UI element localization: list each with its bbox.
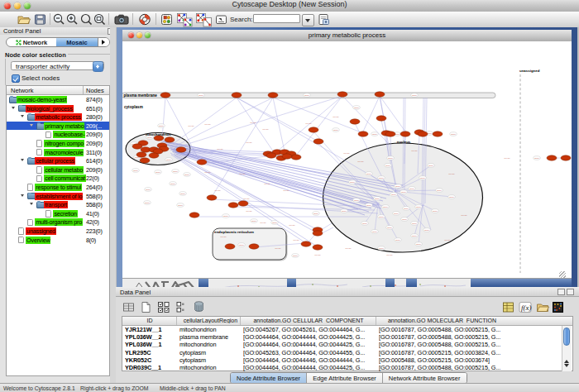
resize-grip-icon[interactable] [559,271,566,278]
tab-edge-attribute-browser[interactable]: Edge Attribute Browser [307,373,383,383]
network-node[interactable] [132,144,142,149]
network-node[interactable] [189,213,199,218]
attribute-table-scrollbar[interactable] [562,326,572,371]
tree-row-metabolic-process[interactable]: metabolic process280(0) [7,112,109,122]
network-node[interactable] [149,153,159,158]
window-titlebar[interactable]: Cytoscape Desktop (New Session) [0,0,579,12]
network-node[interactable] [301,241,311,246]
network-node[interactable] [238,201,248,206]
network-node[interactable] [154,136,164,141]
scroll-down-icon[interactable] [564,364,569,370]
network-node[interactable] [291,155,301,160]
network-node[interactable] [140,158,150,163]
save-icon[interactable] [33,12,47,26]
tree-row-transport[interactable]: transport558(0) [7,200,109,209]
column-divider[interactable] [376,317,376,325]
tab-network[interactable]: Network [7,38,56,46]
tree-row-cell-communicat[interactable]: cell communicat22(0) [7,174,109,183]
network-node[interactable] [400,131,410,136]
tree-expander-icon[interactable] [21,115,24,119]
tree-row-biological-process[interactable]: biological_process651(0) [7,104,109,113]
network-node[interactable] [228,203,238,208]
network-node[interactable] [375,92,385,97]
import-table-icon[interactable] [502,301,514,313]
zoom-selected-icon[interactable] [93,12,107,26]
tree-row-establishment-of-lo[interactable]: establishment of lo558(0) [7,192,109,201]
new-attribute-icon[interactable] [140,301,152,313]
select-attributes-icon[interactable] [157,301,170,313]
tree-expander-icon[interactable] [30,124,33,128]
tab-network-attribute-browser[interactable]: Network Attribute Browser [383,373,467,383]
attribute-batch-icon[interactable] [175,301,185,313]
network-node[interactable] [266,153,276,158]
column-divider[interactable] [240,317,241,325]
node-color-attribute-select[interactable]: transporter activity [11,61,104,70]
network-node[interactable] [313,139,323,144]
annotation-icon[interactable] [214,12,228,26]
network-node[interactable] [225,244,235,249]
zoom-window-button[interactable] [24,2,31,9]
tree-col-nodes[interactable]: Nodes [86,87,104,94]
network-node[interactable] [282,154,292,159]
table-column-header[interactable]: ID [122,318,177,323]
network-overlay-1-icon[interactable] [176,12,194,27]
zoom-in-icon[interactable] [65,12,79,26]
vizmapper-icon[interactable] [160,12,174,26]
network-overlay-2-icon[interactable] [195,12,213,27]
network-node[interactable] [197,160,207,165]
network-node[interactable] [268,93,278,98]
tree-row-secretion[interactable]: secretion41(0) [7,209,109,218]
network-node[interactable] [350,119,360,124]
network-node[interactable] [313,231,323,236]
table-row[interactable]: YLR295Ccytoplasm[GO:0045263, GO:0044464,… [122,349,572,356]
network-node[interactable] [232,93,242,98]
tree-row-response-to-stimul[interactable]: response to stimul264(0) [7,183,109,192]
tree-row-nucleobase-[interactable]: nucleobase-209(0) [7,130,109,139]
network-window-titlebar[interactable]: primary metabolic process [122,30,572,42]
column-divider[interactable] [176,317,177,325]
tree-expander-icon[interactable] [30,203,33,207]
tree-row-mosaic-demo-yeast[interactable]: mosaic-demo-yeast874(0) [7,95,109,104]
network-node[interactable] [385,131,395,136]
tab-overflow-arrow-button[interactable] [98,38,109,46]
table-column-header[interactable]: annotation.GO MOLECULAR_FUNCTION [376,318,508,323]
network-node[interactable] [337,92,347,97]
table-row[interactable]: YDR039C__1mitochondrion[GO:0044464, GO:0… [122,364,572,371]
network-node[interactable] [561,155,571,160]
tree-row-cellular-process[interactable]: cellular process614(0) [7,156,109,165]
delete-attribute-icon[interactable] [193,300,205,313]
network-node[interactable] [160,93,170,98]
search-config-icon[interactable] [317,12,331,26]
network-node[interactable] [313,245,323,250]
zoom-out-icon[interactable] [52,12,66,26]
network-canvas[interactable]: [gene][gene][gene][gene][gene][gene][gen… [122,41,572,278]
network-node[interactable] [433,131,443,136]
matrix-icon[interactable] [552,301,564,313]
tree-row-cellular-metabo[interactable]: cellular metabo209(0) [7,165,109,174]
minimize-window-button[interactable] [14,2,21,9]
formula-icon[interactable]: f(x) [519,301,532,313]
network-node[interactable] [376,116,386,121]
network-node[interactable] [418,131,428,136]
panel-splitter[interactable] [110,27,116,383]
table-row[interactable]: YJR121W__1mitochondrion[GO:0045267, GO:0… [122,326,572,333]
data-panel-float-icon[interactable] [567,289,574,295]
table-row[interactable]: YPL036W__2plasma membrane[GO:0044464, GO… [122,333,572,341]
scrollbar-thumb[interactable] [563,327,570,346]
tab-node-attribute-browser[interactable]: Node Attribute Browser [231,373,307,383]
tree-col-network[interactable]: Network [11,87,34,94]
zoom-fit-icon[interactable] [79,12,93,26]
search-input[interactable] [253,14,300,23]
network-node[interactable] [249,244,259,249]
table-column-header[interactable]: annotation.GO CELLULAR_COMPONENT [241,318,376,323]
data-panel-dock-icon[interactable] [557,289,565,295]
tree-row-unassigned[interactable]: unassigned223(0) [7,227,109,236]
tree-expander-icon[interactable] [21,159,24,163]
network-node[interactable] [358,131,368,136]
network-node[interactable] [207,195,217,200]
network-node[interactable] [176,147,186,152]
tree-row-multi-organism-pro[interactable]: multi-organism pro42(0) [7,218,109,227]
snapshot-camera-icon[interactable] [113,12,130,26]
tree-expander-icon[interactable] [12,107,15,111]
network-node[interactable] [547,155,557,160]
